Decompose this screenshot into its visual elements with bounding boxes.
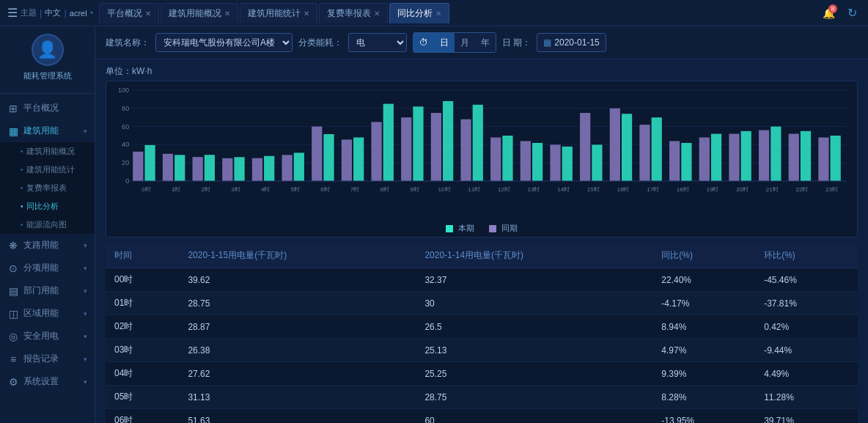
- data-table: 时间2020-1-15用电量(千瓦时)2020-1-14用电量(千瓦时)同比(%…: [106, 243, 858, 423]
- sidebar-icon-branch: ❋: [7, 240, 19, 251]
- svg-text:21时: 21时: [766, 186, 779, 193]
- tab-platform[interactable]: 平台概况✕: [99, 3, 159, 23]
- building-label: 建筑名称：: [106, 37, 150, 49]
- svg-text:16时: 16时: [617, 186, 630, 193]
- svg-rect-30: [401, 117, 411, 181]
- svg-text:23时: 23时: [825, 186, 838, 193]
- sidebar-subitems-building_energy: 建筑用能概况建筑用能统计复费率报表同比分析能源流向图: [0, 142, 95, 234]
- tab-close-compare[interactable]: ✕: [435, 10, 441, 18]
- top-right-icons: 🔔 8 ↻: [820, 4, 861, 22]
- bar-chart-svg: 0204060801000时1时2时3时4时5时6时7时8时9时10时11时12…: [109, 86, 854, 218]
- sidebar-item-settings[interactable]: ⚙ 系统设置 ▾: [0, 370, 95, 393]
- tab-energy_overview[interactable]: 建筑用能概况✕: [161, 3, 238, 23]
- tab-close-power_rate[interactable]: ✕: [374, 10, 380, 18]
- separator2: |: [64, 7, 66, 18]
- sidebar-item-building_energy[interactable]: ▦ 建筑用能 ▾: [0, 119, 95, 142]
- svg-rect-42: [580, 113, 590, 181]
- svg-rect-41: [562, 147, 573, 181]
- sidebar-item-zone[interactable]: ◫ 区域用能 ▾: [0, 302, 95, 325]
- table-cell-4-4: 4.49%: [755, 362, 858, 386]
- table-row: 02时28.8726.58.94%0.42%: [106, 315, 858, 339]
- sidebar-item-report[interactable]: ≡ 报告记录 ▾: [0, 347, 95, 370]
- tab-power_rate[interactable]: 复费率报表✕: [319, 3, 388, 23]
- sidebar-icon-report: ≡: [7, 353, 19, 365]
- user-dropdown-icon[interactable]: ▾: [90, 10, 93, 16]
- svg-text:7时: 7时: [350, 186, 360, 193]
- notification-badge: 8: [828, 4, 837, 13]
- filter-bar: 建筑名称： 安科瑞电气股份有限公司A楼 分类能耗： 电 ⏱ 日 月 年 日 期：…: [95, 26, 868, 59]
- sidebar-icon-sector: ⊙: [7, 262, 19, 274]
- refresh-button[interactable]: ↻: [843, 4, 861, 22]
- table-cell-1-2: 30: [416, 292, 652, 315]
- table-cell-6-4: 39.71%: [755, 409, 858, 424]
- sidebar-arrow-zone: ▾: [84, 310, 87, 317]
- table-cell-3-4: -9.44%: [755, 339, 858, 362]
- tab-close-energy_overview[interactable]: ✕: [224, 10, 230, 18]
- svg-rect-50: [699, 137, 710, 181]
- sidebar-item-safety[interactable]: ◎ 安全用电 ▾: [0, 325, 95, 347]
- table-cell-0-4: -45.46%: [755, 268, 858, 292]
- category-select[interactable]: 电: [348, 33, 407, 52]
- table-cell-6-3: -13.95%: [652, 409, 755, 424]
- tab-close-energy_stats[interactable]: ✕: [304, 10, 309, 18]
- day-btn[interactable]: 日: [434, 33, 455, 52]
- svg-rect-44: [610, 108, 620, 181]
- sidebar-item-platform[interactable]: ⊞ 平台概况: [0, 97, 95, 119]
- table-cell-5-4: 11.28%: [755, 386, 858, 409]
- main-layout: 👤 能耗管理系统 ⊞ 平台概况 ▦ 建筑用能 ▾ 建筑用能概况建筑用能统计复费率…: [0, 26, 868, 423]
- table-header-3: 同比(%): [652, 243, 755, 268]
- svg-text:13时: 13时: [528, 186, 540, 193]
- building-select[interactable]: 安科瑞电气股份有限公司A楼: [155, 33, 293, 52]
- table-row: 03时26.3825.134.97%-9.44%: [106, 339, 858, 362]
- sidebar-subitem-compare[interactable]: 同比分析: [0, 197, 95, 216]
- avatar: 👤: [32, 34, 64, 66]
- svg-text:5时: 5时: [291, 186, 301, 193]
- tab-label-energy_stats: 建筑用能统计: [248, 7, 301, 20]
- notification-button[interactable]: 🔔 8: [820, 4, 837, 22]
- table-cell-4-1: 27.62: [179, 362, 416, 386]
- date-picker[interactable]: ▦ 2020-01-15: [537, 33, 606, 52]
- sidebar-item-branch[interactable]: ❋ 支路用能 ▾: [0, 234, 95, 257]
- tab-close-platform[interactable]: ✕: [145, 10, 151, 18]
- sidebar-label-platform: 平台概况: [23, 102, 83, 114]
- svg-rect-46: [639, 125, 650, 181]
- year-btn[interactable]: 年: [475, 33, 496, 52]
- tab-compare[interactable]: 同比分析✕: [389, 3, 449, 23]
- svg-text:9时: 9时: [410, 186, 419, 193]
- date-value: 2020-01-15: [554, 37, 599, 48]
- table-cell-6-1: 51.63: [179, 409, 416, 424]
- svg-rect-18: [222, 158, 232, 181]
- tab-label-power_rate: 复费率报表: [327, 7, 371, 20]
- hamburger-icon[interactable]: ☰: [7, 6, 18, 20]
- month-btn[interactable]: 月: [455, 33, 475, 52]
- sidebar-item-dept[interactable]: ▤ 部门用能 ▾: [0, 279, 95, 302]
- sidebar-icon-zone: ◫: [7, 308, 19, 320]
- user-label[interactable]: acrel: [70, 9, 87, 18]
- lang-label[interactable]: 中文: [45, 7, 61, 18]
- user-avatar-icon: 👤: [37, 40, 57, 59]
- svg-rect-51: [711, 134, 721, 181]
- svg-rect-45: [622, 114, 632, 181]
- table-row: 00时39.6232.3722.40%-45.46%: [106, 268, 858, 292]
- sidebar-subitem-overview[interactable]: 建筑用能概况: [0, 142, 95, 161]
- category-label: 分类能耗：: [298, 37, 342, 49]
- svg-rect-43: [592, 144, 602, 181]
- chart-section: 单位：kW·h 0204060801000时1时2时3时4时5时6时7时8时9时…: [95, 59, 868, 243]
- legend-prev-dot: [489, 225, 496, 232]
- sidebar-item-sector[interactable]: ⊙ 分项用能 ▾: [0, 257, 95, 279]
- svg-text:14时: 14时: [557, 186, 570, 193]
- svg-rect-54: [759, 130, 769, 181]
- tab-energy_stats[interactable]: 建筑用能统计✕: [240, 3, 317, 23]
- svg-text:18时: 18时: [677, 186, 689, 193]
- sidebar-subitem-stats[interactable]: 建筑用能统计: [0, 161, 95, 179]
- sidebar-arrow-safety: ▾: [84, 333, 87, 340]
- clock-btn[interactable]: ⏱: [413, 33, 434, 52]
- legend-prev: 同期: [489, 223, 518, 234]
- system-title: 能耗管理系统: [23, 70, 72, 81]
- sidebar-subitem-flow[interactable]: 能源流向图: [0, 216, 95, 234]
- sidebar-label-building_energy: 建筑用能: [23, 125, 79, 137]
- svg-text:6时: 6时: [320, 186, 330, 193]
- sidebar-icon-settings: ⚙: [7, 376, 19, 388]
- sidebar: 👤 能耗管理系统 ⊞ 平台概况 ▦ 建筑用能 ▾ 建筑用能概况建筑用能统计复费率…: [0, 26, 95, 423]
- sidebar-subitem-rate[interactable]: 复费率报表: [0, 179, 95, 197]
